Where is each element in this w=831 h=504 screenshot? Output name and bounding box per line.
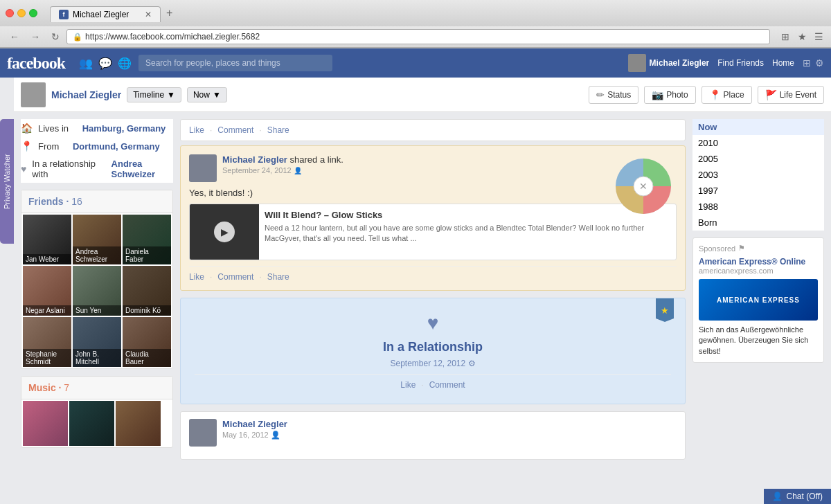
friends-nav-icon[interactable]: 👥 (79, 57, 93, 70)
menu-button[interactable]: ☰ (812, 30, 825, 44)
sponsored-header: Sponsored ⚑ (699, 244, 818, 253)
play-button[interactable]: ▶ (214, 222, 235, 242)
place-button[interactable]: 📍 Place (702, 86, 752, 104)
shared-link-post: Michael Ziegler shared a link. September… (180, 145, 686, 291)
settings-grid-icon[interactable]: ⊞ (803, 57, 811, 69)
status-button[interactable]: ✏ Status (589, 86, 638, 104)
tab-favicon: f (59, 10, 69, 19)
sponsored-title[interactable]: American Express® Online (699, 257, 818, 267)
status-icon: ✏ (596, 89, 605, 100)
sponsored-image[interactable]: AMERICAN EXPRESS (699, 279, 818, 321)
tab-bar: f Michael Ziegler ✕ + (50, 4, 178, 22)
comment-button-rel[interactable]: Comment (429, 380, 465, 390)
timeline-year-born[interactable]: Born (692, 215, 824, 231)
post-date-icon: 👤 (294, 167, 302, 174)
post-username[interactable]: Michael Ziegler (222, 154, 287, 165)
now-dropdown[interactable]: Now ▼ (187, 87, 227, 102)
friend-name: Sun Yen (73, 305, 121, 316)
privacy-watcher-container: Privacy Watcher (0, 78, 14, 501)
friend-item[interactable]: Negar Aslani (23, 266, 71, 316)
post-actions-relationship: Like · Comment (195, 374, 671, 390)
search-input[interactable] (138, 55, 332, 71)
extensions-button[interactable]: ⊞ (778, 30, 792, 44)
relationship-bookmark: ★ (656, 298, 674, 322)
settings-gear-icon[interactable]: ⚙ (815, 57, 824, 69)
music-item[interactable] (116, 401, 161, 446)
friend-item[interactable]: Andrea Schweizer (73, 215, 121, 264)
friend-item[interactable]: Claudia Bauer (123, 317, 171, 367)
timeline-year-1988[interactable]: 1988 (692, 199, 824, 215)
link-preview[interactable]: ▶ Will It Blend? – Glow Sticks Need a 12… (189, 204, 677, 260)
friend-name: John B. Mitchell (73, 349, 121, 367)
timeline-year-2010[interactable]: 2010 (692, 135, 824, 151)
friend-item[interactable]: Stephanie Schmidt (23, 317, 71, 367)
music-header: Music · 7 (21, 377, 172, 399)
sep1: · (210, 125, 212, 135)
friend-item[interactable]: Daniela Faber (123, 215, 171, 264)
maximize-window-button[interactable] (29, 9, 37, 17)
photo-button[interactable]: 📷 Photo (644, 86, 695, 104)
friend-item[interactable]: Sun Yen (73, 266, 121, 316)
friend-item[interactable]: John B. Mitchell (73, 317, 121, 367)
address-bar[interactable]: 🔒 https://www.facebook.com/michael.ziegl… (66, 29, 770, 44)
life-event-button[interactable]: 🚩 Life Event (758, 86, 824, 104)
friend-name: Stephanie Schmidt (23, 349, 71, 367)
minimize-window-button[interactable] (17, 9, 26, 17)
friend-name: Daniela Faber (123, 246, 171, 264)
feed-post-1: Like · Comment · Share (180, 119, 686, 141)
relationship-date-text: September 12, 2012 (390, 359, 465, 368)
from-link[interactable]: Dortmund, Germany (73, 141, 160, 152)
like-button-shared[interactable]: Like (189, 272, 204, 282)
timeline-dropdown[interactable]: Timeline ▼ (127, 87, 181, 102)
like-button-1[interactable]: Like (189, 125, 204, 135)
post-actions-shared: Like · Comment · Share (189, 266, 677, 282)
post-username-3[interactable]: Michael Ziegler (222, 419, 287, 429)
back-button[interactable]: ← (6, 30, 24, 44)
friend-name: Dominik Kö (123, 305, 171, 316)
refresh-button[interactable]: ↻ (47, 30, 64, 44)
like-button-rel[interactable]: Like (400, 380, 416, 390)
home-link[interactable]: Home (772, 58, 794, 68)
chat-bar[interactable]: 👤 Chat (Off) (764, 489, 831, 501)
comment-button-shared[interactable]: Comment (217, 272, 253, 282)
forward-button[interactable]: → (26, 30, 44, 44)
privacy-watcher-tab[interactable]: Privacy Watcher (0, 119, 14, 244)
sponsored-flag-icon: ⚑ (738, 244, 745, 253)
music-item[interactable] (69, 401, 114, 446)
from-prefix: From (38, 141, 59, 152)
header-user-link[interactable]: Michael Ziegler (628, 54, 710, 72)
facebook-logo[interactable]: facebook (7, 54, 65, 73)
friend-item[interactable]: Dominik Kö (123, 266, 171, 316)
pie-chart-container: ✕ (609, 152, 678, 223)
browser-tab[interactable]: f Michael Ziegler ✕ (50, 6, 161, 22)
share-button-1[interactable]: Share (267, 125, 289, 135)
life-event-label: Life Event (780, 90, 816, 100)
share-button-shared[interactable]: Share (267, 272, 289, 282)
header-right-icons: ⊞ ⚙ (803, 57, 824, 69)
timeline-year-2005[interactable]: 2005 (692, 151, 824, 167)
profile-header-bar: Michael Ziegler Timeline ▼ Now ▼ ✏ Statu… (14, 78, 831, 112)
profile-name[interactable]: Michael Ziegler (51, 89, 121, 100)
friend-item[interactable]: Jan Weber (23, 215, 71, 264)
relationship-link[interactable]: Andrea Schweizer (111, 159, 173, 179)
notifications-nav-icon[interactable]: 🌐 (118, 57, 132, 70)
pie-chart: ✕ (609, 152, 678, 221)
messages-nav-icon[interactable]: 💬 (98, 57, 112, 70)
new-tab-button[interactable]: + (161, 4, 178, 22)
music-item[interactable] (23, 401, 68, 446)
timeline-year-1997[interactable]: 1997 (692, 183, 824, 199)
comment-button-1[interactable]: Comment (217, 125, 253, 135)
timeline-year-now[interactable]: Now (692, 119, 824, 135)
place-label: Place (724, 90, 744, 100)
timeline-year-2003[interactable]: 2003 (692, 167, 824, 183)
timeline-nav: Now 2010 2005 2003 1997 1988 Born (692, 119, 824, 231)
tab-close-button[interactable]: ✕ (145, 10, 152, 19)
now-chevron-icon: ▼ (213, 90, 221, 100)
bookmark-button[interactable]: ★ (795, 30, 809, 44)
lives-in-link[interactable]: Hamburg, Germany (82, 123, 166, 134)
right-column: Now 2010 2005 2003 1997 1988 Born Sponso… (692, 112, 831, 501)
browser-titlebar: f Michael Ziegler ✕ + (0, 0, 831, 26)
music-title: Music · 7 (28, 382, 69, 393)
find-friends-link[interactable]: Find Friends (717, 58, 764, 68)
close-window-button[interactable] (6, 9, 14, 17)
